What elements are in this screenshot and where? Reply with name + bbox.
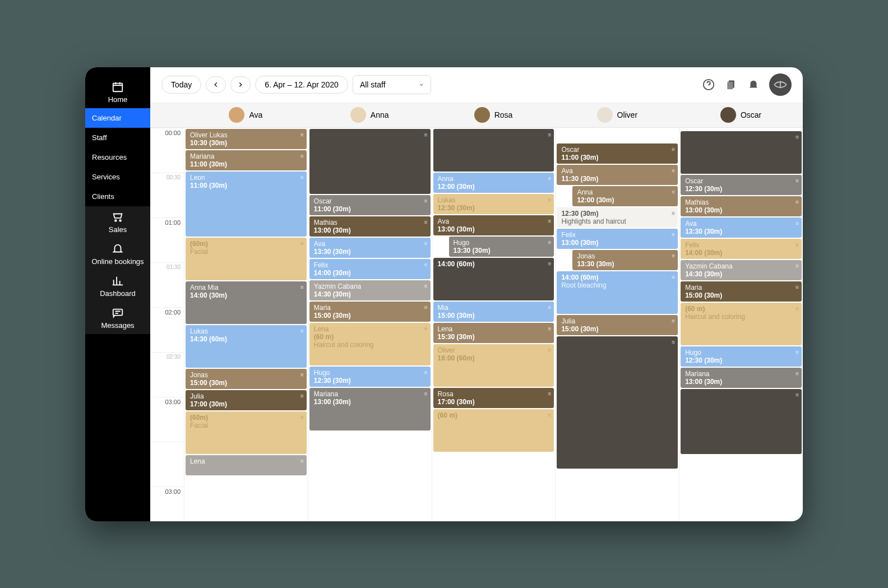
appointment[interactable]: ≡(60 m)Haircut and coloring bbox=[681, 303, 802, 345]
appointment[interactable]: ≡(60m)Facial bbox=[186, 238, 307, 280]
drag-handle-icon[interactable]: ≡ bbox=[795, 134, 799, 140]
appointment[interactable]: ≡ bbox=[681, 131, 802, 174]
appointment[interactable]: ≡Lena bbox=[186, 455, 307, 475]
appointment[interactable]: ≡Hugo13:30 (30m) bbox=[449, 237, 554, 257]
appointment[interactable]: ≡Mathias13:00 (30m) bbox=[681, 196, 802, 216]
appointment[interactable]: ≡Oscar12:30 (30m) bbox=[681, 175, 802, 195]
appointment-client: Yazmin Cabana bbox=[314, 283, 426, 290]
appointment[interactable]: ≡Felix14:00 (30m) bbox=[309, 259, 431, 279]
nav-clients[interactable]: Clients bbox=[85, 187, 150, 206]
appointment[interactable]: ≡Maria15:00 (30m) bbox=[681, 281, 802, 302]
appointment[interactable]: ≡ bbox=[681, 389, 802, 454]
appointment[interactable]: ≡Lena(60 m)Haircut and coloring bbox=[309, 323, 431, 365]
appointment[interactable]: ≡Mia15:00 (30m) bbox=[433, 302, 554, 322]
notifications-button[interactable] bbox=[747, 78, 760, 91]
staff-column-anna[interactable]: ≡≡Oscar11:00 (30m)≡Mathias13:00 (30m)≡Av… bbox=[308, 128, 432, 521]
appointment[interactable]: ≡Mariana11:00 (30m) bbox=[186, 150, 307, 170]
appointment-time: 15:30 (30m) bbox=[438, 333, 550, 341]
staff-header-ava[interactable]: Ava bbox=[184, 103, 308, 127]
appointment[interactable]: ≡Ava11:30 (30m) bbox=[557, 165, 678, 185]
drag-handle-icon[interactable]: ≡ bbox=[548, 261, 552, 267]
drag-handle-icon[interactable]: ≡ bbox=[424, 132, 428, 138]
appointment[interactable]: ≡Mariana13:00 (30m) bbox=[309, 388, 431, 430]
appointment[interactable]: ≡Anna12:00 (30m) bbox=[433, 173, 554, 193]
drag-handle-icon[interactable]: ≡ bbox=[672, 210, 675, 216]
nav-staff[interactable]: Staff bbox=[85, 128, 150, 147]
drag-handle-icon[interactable]: ≡ bbox=[672, 339, 675, 345]
appointment[interactable]: ≡Yazmin Cabana14:30 (30m) bbox=[681, 260, 802, 280]
appointment[interactable]: ≡Ava13:30 (30m) bbox=[681, 217, 802, 238]
appointment-client: Oliver Lukas bbox=[190, 131, 302, 139]
appointment[interactable]: ≡Lena15:30 (30m) bbox=[433, 323, 554, 343]
date-range-button[interactable]: 6. Apr – 12. Apr 2020 bbox=[255, 76, 348, 94]
appointment[interactable]: ≡Ava13:00 (30m) bbox=[433, 215, 554, 235]
staff-header-rosa[interactable]: Rosa bbox=[432, 103, 556, 127]
drag-handle-icon[interactable]: ≡ bbox=[548, 132, 552, 138]
staff-column-ava[interactable]: ≡Oliver Lukas10:30 (30m)≡Mariana11:00 (3… bbox=[184, 128, 308, 521]
appointment[interactable]: ≡Maria15:00 (30m) bbox=[309, 302, 431, 322]
appointment[interactable]: ≡Lukas12:30 (30m) bbox=[433, 194, 554, 214]
drag-handle-icon[interactable]: ≡ bbox=[795, 305, 799, 312]
appointment[interactable]: ≡Felix13:00 (30m) bbox=[557, 229, 678, 249]
user-avatar[interactable] bbox=[769, 73, 792, 96]
appointment[interactable]: ≡Julia15:00 (30m) bbox=[557, 315, 678, 335]
drag-handle-icon[interactable]: ≡ bbox=[795, 392, 799, 398]
appointment[interactable]: ≡Oliver16:00 (60m) bbox=[433, 344, 554, 387]
appointment[interactable]: ≡Oliver Lukas10:30 (30m) bbox=[186, 129, 307, 149]
appointment[interactable]: ≡Anna Mia14:00 (30m) bbox=[186, 281, 307, 324]
appointment[interactable]: ≡(60 m) bbox=[433, 409, 554, 452]
appointment[interactable]: ≡ bbox=[309, 129, 431, 194]
staff-column-rosa[interactable]: ≡≡Anna12:00 (30m)≡Lukas12:30 (30m)≡Ava13… bbox=[432, 128, 556, 521]
prev-button[interactable] bbox=[206, 76, 226, 93]
nav-resources[interactable]: Resources bbox=[85, 147, 150, 167]
appointment[interactable]: ≡Hugo12:30 (30m) bbox=[681, 346, 802, 367]
nav-sales[interactable]: Sales bbox=[85, 206, 150, 238]
nav-online-bookings[interactable]: Online bookings bbox=[85, 238, 150, 270]
appointment[interactable]: ≡Leon11:00 (30m) bbox=[186, 172, 307, 237]
appointment[interactable]: ≡14:00 (60m) bbox=[433, 258, 554, 300]
appointment-client: Yazmin Cabana bbox=[685, 262, 797, 270]
appointment[interactable]: ≡Lukas14:30 (60m) bbox=[186, 325, 307, 368]
appointment[interactable]: ≡Oscar11:00 (30m) bbox=[309, 195, 431, 215]
calendar-body[interactable]: 00:00 00:30 01:00 01:30 02:00 02:30 03:0… bbox=[150, 128, 803, 521]
appointment[interactable]: ≡14:00 (60m)Root bleaching bbox=[557, 271, 678, 314]
appointment[interactable]: ≡Felix14:00 (30m) bbox=[681, 239, 802, 259]
nav-messages[interactable]: Messages bbox=[85, 302, 150, 334]
appointment[interactable]: ≡Mariana13:00 (30m) bbox=[681, 368, 802, 388]
appointment[interactable]: ≡Yazmin Cabana14:30 (30m) bbox=[309, 280, 431, 300]
nav-services[interactable]: Services bbox=[85, 167, 150, 187]
drag-handle-icon[interactable]: ≡ bbox=[300, 414, 304, 420]
staff-header-oscar[interactable]: Oscar bbox=[679, 103, 803, 127]
next-button[interactable] bbox=[230, 76, 251, 93]
drag-handle-icon[interactable]: ≡ bbox=[672, 274, 675, 280]
help-button[interactable] bbox=[702, 78, 715, 91]
copy-button[interactable] bbox=[724, 78, 738, 91]
appointment[interactable]: ≡ bbox=[433, 129, 554, 172]
appointment[interactable]: ≡Julia17:00 (30m) bbox=[186, 390, 307, 410]
today-button[interactable]: Today bbox=[161, 76, 201, 94]
nav-dashboard[interactable]: Dashboard bbox=[85, 270, 150, 302]
appointment[interactable]: ≡Rosa17:00 (30m) bbox=[433, 388, 554, 408]
bell-icon bbox=[747, 78, 760, 91]
staff-column-oliver[interactable]: ≡Oscar11:00 (30m)≡Ava11:30 (30m)≡Anna12:… bbox=[555, 128, 679, 521]
drag-handle-icon[interactable]: ≡ bbox=[300, 240, 304, 247]
nav-home[interactable]: Home bbox=[85, 76, 150, 108]
appointment-time: 12:00 (30m) bbox=[577, 196, 673, 204]
appointment[interactable]: ≡ bbox=[557, 336, 678, 469]
staff-filter-select[interactable]: All staff bbox=[353, 75, 431, 94]
staff-column-oscar[interactable]: ≡≡Oscar12:30 (30m)≡Mathias13:00 (30m)≡Av… bbox=[679, 128, 803, 521]
staff-header-oliver[interactable]: Oliver bbox=[555, 103, 679, 127]
appointment[interactable]: ≡Ava13:30 (30m) bbox=[309, 238, 431, 258]
drag-handle-icon[interactable]: ≡ bbox=[548, 412, 552, 418]
appointment[interactable]: ≡Anna12:00 (30m) bbox=[572, 186, 678, 206]
appointment[interactable]: ≡(60m)Facial bbox=[186, 411, 307, 454]
appointment[interactable]: ≡Jonas15:00 (30m) bbox=[186, 369, 307, 389]
appointment[interactable]: ≡Jonas13:30 (30m) bbox=[572, 250, 678, 270]
appointment[interactable]: ≡12:30 (30m)Highlights and haircut bbox=[557, 207, 678, 228]
appointment[interactable]: ≡Hugo12:30 (30m) bbox=[309, 367, 431, 387]
appointment[interactable]: ≡Oscar11:00 (30m) bbox=[557, 143, 678, 164]
appointment[interactable]: ≡Mathias13:00 (30m) bbox=[309, 216, 431, 237]
staff-header-anna[interactable]: Anna bbox=[308, 103, 432, 127]
calendar-icon bbox=[112, 81, 124, 93]
nav-calendar[interactable]: Calendar bbox=[85, 108, 150, 128]
